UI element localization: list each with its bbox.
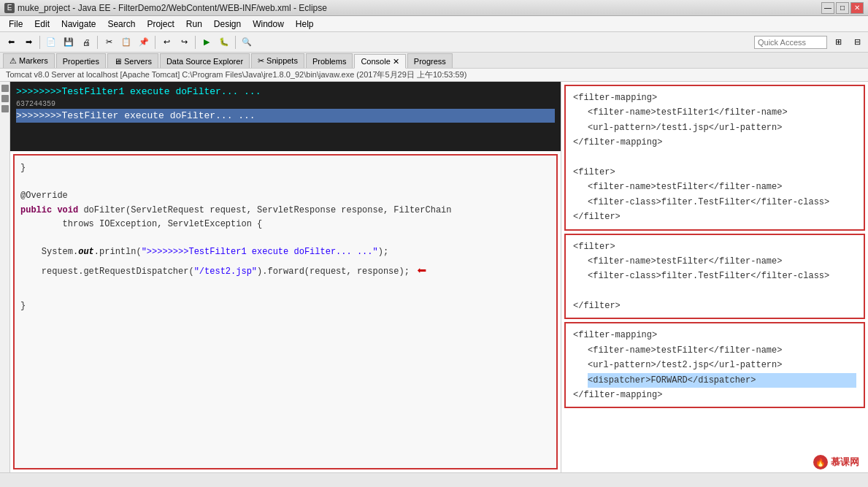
xml-line-8: </filter> bbox=[573, 212, 621, 222]
console-panel: >>>>>>>>TestFilter1 execute doFilter... … bbox=[10, 82, 561, 472]
toolbar-btn-run[interactable]: ▶ bbox=[199, 34, 215, 50]
xml-line-1: <filter-mapping> bbox=[573, 93, 657, 103]
gutter-icon-3 bbox=[1, 105, 9, 112]
code-line-override: @Override bbox=[20, 189, 550, 203]
xml-b-line-1: <filter-mapping> bbox=[573, 330, 657, 340]
console-line1-text: >>>>>>>>TestFilter1 execute doFilter... … bbox=[16, 86, 261, 97]
toolbar-icon-2[interactable]: ⊟ bbox=[849, 34, 865, 50]
tab-console-label: Console ✕ bbox=[361, 57, 399, 66]
right-panel: <filter-mapping> <filter-name>testFilter… bbox=[561, 82, 868, 472]
menu-help[interactable]: Help bbox=[290, 18, 320, 31]
tab-problems[interactable]: Problems bbox=[306, 53, 353, 68]
tab-datasource[interactable]: Data Source Explorer bbox=[160, 53, 250, 68]
code-line-blank3 bbox=[20, 285, 550, 299]
tab-properties-label: Properties bbox=[63, 57, 99, 66]
status-text bbox=[6, 476, 8, 485]
menu-project[interactable]: Project bbox=[141, 18, 180, 31]
xml-m-line-2: <filter-name>testFilter</filter-name> bbox=[588, 254, 856, 269]
tab-snippets-label: ✂ Snippets bbox=[258, 56, 298, 66]
code-line-blank1 bbox=[20, 175, 550, 189]
xml-line-3: <url-pattern>/test1.jsp</url-pattern> bbox=[588, 120, 856, 135]
xml-b-line-2: <filter-name>testFilter</filter-name> bbox=[588, 343, 856, 358]
toolbar-btn-5[interactable]: 🖨 bbox=[78, 34, 94, 50]
server-info-text: Tomcat v8.0 Server at localhost [Apache … bbox=[6, 69, 466, 80]
tab-datasource-label: Data Source Explorer bbox=[166, 57, 243, 66]
toolbar-sep-4 bbox=[195, 36, 196, 49]
code-line-method-sig: public void doFilter(ServletRequest requ… bbox=[20, 204, 550, 218]
close-button[interactable]: ✕ bbox=[850, 2, 864, 14]
app-icon: E bbox=[4, 3, 15, 13]
gutter-icon-2 bbox=[1, 95, 9, 102]
toolbar-sep-5 bbox=[235, 36, 236, 49]
menu-design[interactable]: Design bbox=[208, 18, 247, 31]
watermark: 🔥 慕课网 bbox=[813, 455, 859, 469]
toolbar-btn-debug[interactable]: 🐛 bbox=[216, 34, 232, 50]
code-line-throws: throws IOException, ServletException { bbox=[20, 218, 550, 231]
tab-console[interactable]: Console ✕ bbox=[354, 54, 405, 69]
console-line2-text: >>>>>>>>TestFilter execute doFilter... .… bbox=[16, 110, 256, 121]
tab-properties[interactable]: Properties bbox=[56, 53, 106, 68]
toolbar-btn-8[interactable]: 📌 bbox=[136, 34, 152, 50]
menu-bar: File Edit Navigate Search Project Run De… bbox=[0, 16, 868, 32]
menu-search[interactable]: Search bbox=[101, 18, 141, 31]
code-panel: } @Override public void doFilter(Servlet… bbox=[13, 154, 558, 469]
xml-line-5: <filter> bbox=[573, 167, 615, 177]
toolbar-btn-7[interactable]: 📋 bbox=[118, 34, 134, 50]
code-line-close-brace: } bbox=[20, 299, 550, 313]
xml-b-line-4: <dispatcher>FORWARD</dispatcher> bbox=[588, 373, 856, 388]
toolbar-btn-9[interactable]: ↩ bbox=[158, 34, 174, 50]
minimize-button[interactable]: — bbox=[821, 2, 834, 14]
toolbar-btn-6[interactable]: ✂ bbox=[101, 34, 117, 50]
quick-access-input[interactable] bbox=[754, 36, 827, 49]
xml-line-6: <filter-name>testFilter</filter-name> bbox=[588, 180, 856, 194]
code-line-sysout: System.out.println(">>>>>>>>TestFilter1 … bbox=[20, 245, 550, 259]
title-bar: E muke_project - Java EE - FilterDemo2/W… bbox=[0, 0, 868, 16]
xml-line-2: <filter-name>testFilter1</filter-name> bbox=[588, 105, 856, 120]
xml-line-7: <filter-class>filter.TestFilter</filter-… bbox=[588, 195, 856, 210]
arrow-icon: ⬅ bbox=[417, 259, 426, 285]
xml-line-4: </filter-mapping> bbox=[573, 137, 662, 147]
tab-progress[interactable]: Progress bbox=[407, 53, 453, 68]
view-tabs-bar: ⚠ Markers Properties 🖥 Servers Data Sour… bbox=[0, 53, 868, 69]
code-line-brace: } bbox=[20, 161, 550, 175]
gutter-icon-1 bbox=[1, 85, 9, 92]
server-info-bar: Tomcat v8.0 Server at localhost [Apache … bbox=[0, 69, 868, 82]
toolbar-btn-10[interactable]: ↪ bbox=[176, 34, 192, 50]
console-line-2: >>>>>>>>TestFilter execute doFilter... .… bbox=[16, 109, 555, 123]
code-line-dispatch: request.getRequestDispatcher("/test2.jsp… bbox=[20, 259, 550, 285]
menu-file[interactable]: File bbox=[3, 18, 28, 31]
toolbar: ⬅ ➡ 📄 💾 🖨 ✂ 📋 📌 ↩ ↪ ▶ 🐛 🔍 ⊞ ⊟ bbox=[0, 32, 868, 53]
code-line-blank2 bbox=[20, 231, 550, 245]
watermark-text: 慕课网 bbox=[831, 456, 859, 469]
watermark-icon: 🔥 bbox=[813, 455, 828, 469]
toolbar-sep-3 bbox=[155, 36, 155, 49]
title-bar-text: muke_project - Java EE - FilterDemo2/Web… bbox=[18, 3, 327, 13]
console-line-1: >>>>>>>>TestFilter1 execute doFilter... … bbox=[16, 85, 555, 99]
toolbar-btn-2[interactable]: ➡ bbox=[20, 34, 37, 50]
tab-servers-label: 🖥 Servers bbox=[114, 57, 152, 66]
console-timestamp: 637244359 bbox=[16, 99, 555, 109]
tab-snippets[interactable]: ✂ Snippets bbox=[251, 53, 304, 68]
toolbar-btn-1[interactable]: ⬅ bbox=[3, 34, 19, 50]
xml-block-middle: <filter> <filter-name>testFilter</filter… bbox=[564, 234, 865, 320]
toolbar-btn-3[interactable]: 📄 bbox=[43, 34, 59, 50]
toolbar-btn-search[interactable]: 🔍 bbox=[239, 34, 255, 50]
toolbar-sep-1 bbox=[39, 36, 40, 49]
tab-servers[interactable]: 🖥 Servers bbox=[107, 53, 158, 68]
xml-m-line-1: <filter> bbox=[573, 242, 615, 252]
toolbar-btn-4[interactable]: 💾 bbox=[61, 34, 77, 50]
tab-progress-label: Progress bbox=[414, 57, 446, 66]
toolbar-icon-1[interactable]: ⊞ bbox=[830, 34, 846, 50]
toolbar-sep-2 bbox=[97, 36, 98, 49]
status-bar bbox=[0, 472, 868, 487]
menu-window[interactable]: Window bbox=[247, 18, 290, 31]
maximize-button[interactable]: □ bbox=[836, 2, 849, 14]
menu-run[interactable]: Run bbox=[180, 18, 208, 31]
tab-markers[interactable]: ⚠ Markers bbox=[3, 53, 55, 68]
tab-markers-label: ⚠ Markers bbox=[9, 56, 48, 66]
xml-b-line-3: <url-pattern>/test2.jsp</url-pattern> bbox=[588, 358, 856, 372]
xml-m-line-3: <filter-class>filter.TestFilter</filter-… bbox=[588, 269, 856, 283]
menu-edit[interactable]: Edit bbox=[28, 18, 55, 31]
left-gutter bbox=[0, 82, 10, 472]
menu-navigate[interactable]: Navigate bbox=[55, 18, 101, 31]
